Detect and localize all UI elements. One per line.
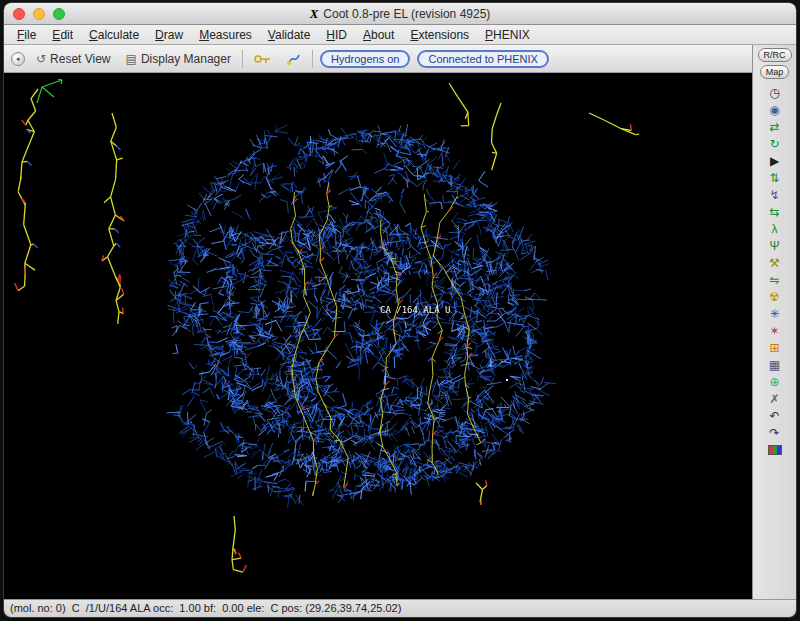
add-alt-conf-icon[interactable]: ▦: [764, 357, 786, 374]
phenix-connection-badge[interactable]: Connected to PHENIX: [417, 50, 548, 68]
display-manager-icon: ▤: [126, 52, 137, 66]
window-title-area: X Coot 0.8-pre EL (revision 4925): [4, 3, 796, 25]
rotamers-icon[interactable]: λ: [764, 221, 786, 238]
titlebar[interactable]: X Coot 0.8-pre EL (revision 4925): [4, 3, 796, 25]
display-colours-icon[interactable]: [768, 445, 782, 455]
window-title: Coot 0.8-pre EL (revision 4925): [323, 7, 490, 21]
menu-about[interactable]: About: [356, 27, 401, 43]
toolbar-separator: [312, 50, 313, 68]
menu-validate[interactable]: Validate: [261, 27, 318, 43]
rotate-translate-icon[interactable]: ↯: [764, 187, 786, 204]
gl-viewport[interactable]: CA /164 ALA U: [4, 73, 752, 599]
menu-edit[interactable]: Edit: [45, 27, 80, 43]
menu-measures[interactable]: Measures: [192, 27, 259, 43]
ligand-icon: [286, 52, 301, 66]
menubar: File Edit Calculate Draw Measures Valida…: [4, 25, 796, 45]
menu-draw[interactable]: Draw: [148, 27, 190, 43]
display-manager-label: Display Manager: [141, 52, 231, 66]
go-to-atom-button[interactable]: [250, 51, 275, 67]
display-sphere-icon[interactable]: ◉: [764, 102, 786, 119]
mutate-icon[interactable]: ✳: [764, 306, 786, 323]
delete-item-icon[interactable]: ✗: [764, 391, 786, 408]
undo-icon[interactable]: ↶: [764, 408, 786, 425]
rigid-body-fit-icon[interactable]: ⇅: [764, 170, 786, 187]
edit-chi-angles-icon[interactable]: Ψ: [764, 238, 786, 255]
reset-view-icon: ↺: [36, 52, 46, 66]
real-space-refine-icon[interactable]: ⇄: [764, 119, 786, 136]
right-toolbar: R/RC Map ◷ ◉ ⇄ ↻ ▶ ⇅ ↯ ⇆ λ Ψ ⚒ ⇋ ☢ ✳ ✶ ⊞…: [752, 45, 796, 599]
simple-mutate-icon[interactable]: ✶: [764, 323, 786, 340]
menu-hid[interactable]: HID: [319, 27, 354, 43]
reset-view-button[interactable]: ↺ Reset View: [32, 50, 115, 68]
menu-extensions[interactable]: Extensions: [403, 27, 476, 43]
molecular-canvas[interactable]: [4, 73, 752, 599]
auto-fit-rotamer-icon[interactable]: ⇆: [764, 204, 786, 221]
place-atom-icon[interactable]: ⊕: [764, 374, 786, 391]
menu-file[interactable]: File: [10, 27, 43, 43]
add-terminal-residue-icon[interactable]: ⊞: [764, 340, 786, 357]
statusbar: (mol. no: 0) C /1/U/164 ALA occ: 1.00 bf…: [4, 599, 796, 617]
rrc-button[interactable]: R/RC: [758, 48, 792, 62]
reset-view-label: Reset View: [50, 52, 110, 66]
flip-peptide-icon[interactable]: ⇋: [764, 272, 786, 289]
modelling-tools: ◷ ◉ ⇄ ↻ ▶ ⇅ ↯ ⇆ λ Ψ ⚒ ⇋ ☢ ✳ ✶ ⊞ ▦ ⊕ ✗ ↶: [764, 85, 786, 455]
torsion-general-icon[interactable]: ⚒: [764, 255, 786, 272]
coot-window: X Coot 0.8-pre EL (revision 4925) File E…: [3, 2, 797, 618]
menu-phenix[interactable]: PHENIX: [478, 27, 537, 43]
toolbar: ● ↺ Reset View ▤ Display Manager: [4, 45, 752, 73]
x11-icon: X: [310, 6, 319, 22]
hydrogens-toggle[interactable]: Hydrogens on: [320, 50, 411, 68]
go-to-ligand-button[interactable]: [282, 50, 305, 68]
display-manager-button[interactable]: ▤ Display Manager: [122, 50, 235, 68]
fixed-atoms-icon[interactable]: ▶: [764, 153, 786, 170]
idle-function-icon[interactable]: ◷: [764, 85, 786, 102]
menu-calculate[interactable]: Calculate: [82, 27, 146, 43]
redo-icon[interactable]: ↷: [764, 425, 786, 442]
toolbar-separator: [242, 50, 243, 68]
sidechain-180-icon[interactable]: ☢: [764, 289, 786, 306]
toolbar-overflow-button[interactable]: ●: [11, 52, 25, 66]
regularize-zone-icon[interactable]: ↻: [764, 136, 786, 153]
key-icon: [254, 53, 271, 65]
map-button[interactable]: Map: [760, 65, 790, 79]
